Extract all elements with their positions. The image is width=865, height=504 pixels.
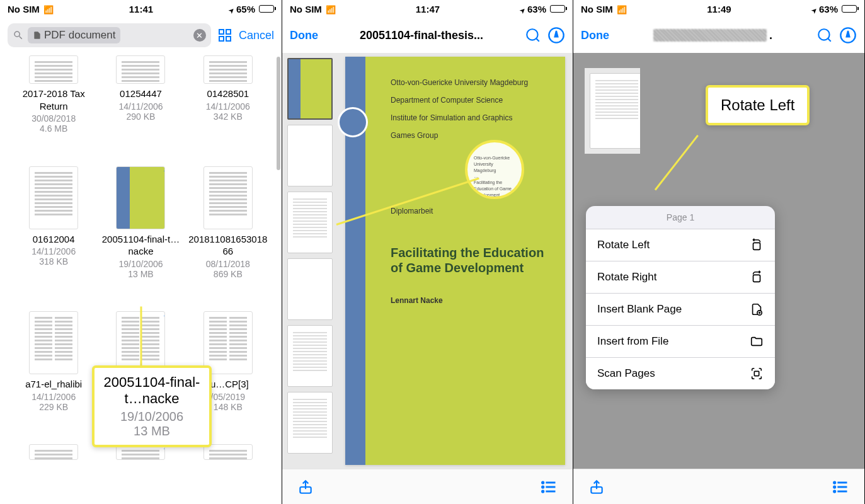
rotate-left-callout: Rotate Left [706,85,810,125]
status-bar: No SIM 11:41 65% [0,0,282,18]
file-item[interactable]: 01428501 14/11/2006 342 KB [187,55,269,155]
cloud-download-icon: ☁ [163,311,165,319]
svg-rect-1 [226,30,231,34]
file-thumbnail [203,166,253,229]
page-thumbnail[interactable] [287,58,333,120]
carrier-text: No SIM [581,4,613,14]
rotate-left-icon [750,238,764,252]
clock: 11:41 [129,4,153,14]
cancel-button[interactable]: Cancel [239,29,274,42]
page-thumbnail[interactable] [287,192,333,253]
svg-rect-17 [753,243,760,249]
wifi-icon [326,4,336,14]
clock: 11:49 [707,4,731,14]
file-item[interactable] [187,444,269,485]
file-thumbnail [29,444,78,460]
file-item[interactable]: 01612004 14/11/2006 318 KB [13,166,95,301]
svg-rect-2 [219,37,224,41]
page-thumbnail[interactable] [287,392,333,454]
carrier-text: No SIM [8,4,40,14]
menu-header: Page 1 [586,206,775,229]
file-item[interactable] [13,444,95,485]
pdf-page[interactable]: Otto-von-Guericke University Magdeburg D… [345,57,565,465]
file-thumbnail: ☁ [116,166,165,229]
page-thumbnail[interactable] [287,125,333,186]
svg-point-11 [542,481,544,483]
svg-line-5 [536,38,539,42]
scrollbar[interactable] [277,57,280,170]
viewer-nav-bar: Done 20051104-final-thesis... [282,18,573,53]
file-item[interactable]: 20181108165301866 08/11/2018 869 KB [187,166,269,301]
location-icon [520,4,525,14]
viewer-nav-bar: Done . [573,18,864,53]
clear-search-button[interactable]: ✕ [193,29,206,42]
wifi-icon [617,4,627,14]
menu-item-rotate-left[interactable]: Rotate Left [586,229,775,261]
svg-rect-22 [754,371,759,375]
markup-icon[interactable] [839,26,857,44]
svg-point-13 [542,490,544,491]
file-thumbnail [29,166,78,229]
page-thumbnail-sidebar[interactable] [282,53,338,469]
cloud-download-icon: ☁ [163,166,165,174]
location-icon [811,4,816,14]
search-filter-chip[interactable]: PDF document [28,27,120,43]
menu-item-insert-blank[interactable]: Insert Blank Page [586,294,775,326]
battery-icon [842,5,857,13]
page-thumbnail[interactable] [287,258,333,320]
annotation-circle: Otto-von-Guericke University Magdeburg…F… [465,140,524,199]
document-title: 20051104-final-thesis... [324,29,518,42]
battery-icon [259,5,274,13]
redacted-title [653,29,767,42]
file-thumbnail [203,311,253,374]
status-bar: No SIM 11:49 63% [573,0,864,18]
file-item[interactable]: 01254447 14/11/2006 290 KB [100,55,181,155]
share-icon[interactable] [588,479,605,495]
wifi-icon [43,4,54,14]
bottom-toolbar [282,469,573,504]
file-thumbnail [203,444,253,460]
list-icon[interactable] [832,478,849,496]
battery-icon [550,5,565,13]
search-icon[interactable] [525,27,541,43]
rotate-right-icon [750,270,764,284]
file-thumbnail [29,311,78,374]
search-input[interactable]: PDF document ✕ [8,23,211,47]
battery-percent: 65% [236,4,255,14]
list-icon[interactable] [540,478,558,496]
svg-rect-0 [219,30,224,34]
page-thumbnail-sidebar[interactable] [585,68,640,154]
carrier-text: No SIM [290,4,322,14]
svg-point-14 [818,29,829,40]
battery-percent: 63% [527,4,546,14]
file-callout: 20051104-final-t…nacke 19/10/2006 13 MB [92,365,212,447]
pdf-viewer-screen: No SIM 11:47 63% Done 20051104-final-the… [282,0,573,504]
file-item[interactable]: ☁ 20051104-final-t…nacke 19/10/2006 13 M… [100,166,181,301]
search-nav-bar: PDF document ✕ Cancel [0,18,282,53]
file-item[interactable]: a71-el_rhalibi 14/11/2006 229 KB [13,311,95,433]
menu-item-scan-pages[interactable]: Scan Pages [586,358,775,389]
svg-line-15 [828,38,831,42]
menu-item-rotate-right[interactable]: Rotate Right [586,261,775,294]
page-thumbnail[interactable] [287,325,333,387]
page-thumbnail[interactable] [590,73,640,149]
svg-point-12 [542,486,544,487]
done-button[interactable]: Done [290,29,318,42]
location-icon [229,4,234,14]
done-button[interactable]: Done [581,29,609,42]
page-context-menu: Page 1 Rotate Left Rotate Right Insert B… [586,206,775,389]
status-bar: No SIM 11:47 63% [282,0,573,18]
share-icon[interactable] [297,479,314,495]
menu-item-insert-file[interactable]: Insert from File [586,326,775,358]
folder-icon [750,335,764,348]
pdf-content-area[interactable]: Otto-von-Guericke University Magdeburg D… [282,53,573,469]
bottom-toolbar [573,469,864,504]
search-icon[interactable] [816,27,833,43]
file-item[interactable]: 2017-2018 Tax Return 30/08/2018 4.6 MB [13,55,95,155]
battery-percent: 63% [819,4,838,14]
markup-icon[interactable] [547,26,565,44]
svg-point-28 [834,486,835,487]
scan-icon [750,367,764,381]
file-item[interactable]: ☁ [100,444,181,485]
layout-toggle-button[interactable] [217,28,232,43]
